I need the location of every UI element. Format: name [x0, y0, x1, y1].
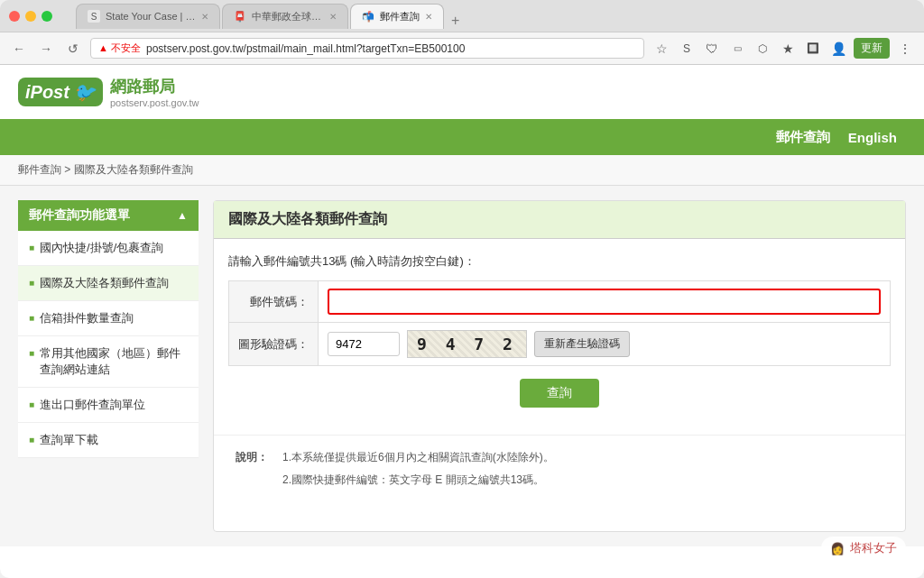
bullet-icon-6: ■: [29, 435, 34, 445]
sidebar-item-other-countries[interactable]: ■ 常用其他國家（地區）郵件查詢網站連結: [18, 336, 199, 388]
extensions-button[interactable]: S: [677, 39, 697, 59]
bullet-icon-3: ■: [29, 313, 34, 323]
tab-label-casetify: State Your Case | CASETiFY: [106, 11, 196, 22]
query-button-row: 查詢: [228, 366, 891, 420]
tab-close-casetify[interactable]: ✕: [201, 12, 208, 22]
sidebar-collapse-icon[interactable]: ▲: [177, 209, 188, 222]
sidebar-item-domestic[interactable]: ■ 國內快捷/掛號/包裹查詢: [18, 231, 199, 266]
sidebar-item-label-4: 常用其他國家（地區）郵件查詢網站連結: [40, 345, 188, 378]
back-button[interactable]: ←: [9, 39, 29, 59]
watermark-text: 塔科女子: [850, 540, 897, 556]
postal-code-label: 郵件號碼：: [229, 281, 319, 323]
site-domain: postserv.post.gov.tw: [110, 97, 199, 108]
captcha-input-cell: 9 4 7 2 重新產生驗證碼: [319, 323, 891, 366]
logo-box: iPost 🐦: [18, 78, 103, 106]
insecure-badge: ▲ 不安全: [98, 41, 141, 55]
cast-button[interactable]: ▭: [727, 39, 747, 59]
form-description: 請輸入郵件編號共13碼 (輸入時請勿按空白鍵)：: [228, 253, 891, 270]
captcha-refresh-button[interactable]: 重新產生驗證碼: [534, 331, 630, 357]
site-header: iPost 🐦 網路郵局 postserv.post.gov.tw: [0, 65, 924, 119]
address-bar: ← → ↺ ▲ 不安全 postserv.post.gov.tw/pstmail…: [0, 32, 924, 65]
sidebar-header-label: 郵件查詢功能選單: [29, 207, 130, 224]
tab-casetify[interactable]: S State Your Case | CASETiFY ✕: [76, 4, 220, 29]
sidebar-item-label-6: 查詢單下載: [40, 432, 98, 448]
nav-english-link[interactable]: English: [848, 130, 897, 145]
notes-table: 說明： 1.本系統僅提供最近6個月內之相關資訊查詢(水陸除外)。 2.國際快捷郵…: [228, 446, 891, 491]
close-button[interactable]: [9, 11, 20, 22]
site-name: 網路郵局: [110, 76, 199, 97]
star-button[interactable]: ☆: [651, 39, 671, 59]
sidebar-item-international[interactable]: ■ 國際及大陸各類郵件查詢: [18, 266, 199, 301]
postal-code-row: 郵件號碼：: [229, 281, 891, 323]
notes-section: 說明： 1.本系統僅提供最近6個月內之相關資訊查詢(水陸除外)。 2.國際快捷郵…: [214, 435, 905, 502]
captcha-text-input[interactable]: [328, 332, 400, 356]
shield-button[interactable]: 🛡: [702, 39, 722, 59]
bullet-icon-4: ■: [29, 348, 34, 358]
watermark: 👩 塔科女子: [821, 537, 906, 560]
bullet-icon-1: ■: [29, 243, 34, 252]
breadcrumb: 郵件查詢 > 國際及大陸各類郵件查詢: [0, 155, 924, 186]
sidebar-item-download[interactable]: ■ 查詢單下載: [18, 423, 199, 458]
bookmark-button[interactable]: ★: [778, 39, 798, 59]
page-content: iPost 🐦 網路郵局 postserv.post.gov.tw 郵件查詢 E…: [0, 65, 924, 578]
tab-close-mail-query[interactable]: ✕: [425, 12, 432, 22]
sidebar-item-import-export[interactable]: ■ 進出口郵件查詢單位: [18, 388, 199, 423]
tab-favicon-ipost: 📮: [234, 10, 246, 23]
tab-label-ipost: 中華郵政全球資訊網: [252, 10, 324, 23]
tab-close-ipost[interactable]: ✕: [329, 12, 337, 22]
sidebar-item-mailbox[interactable]: ■ 信箱掛件數量查詢: [18, 301, 199, 336]
reload-button[interactable]: ↺: [63, 39, 83, 59]
tabs-bar: S State Your Case | CASETiFY ✕ 📮 中華郵政全球資…: [67, 4, 915, 29]
content-title: 國際及大陸各類郵件查詢: [214, 201, 905, 239]
update-button[interactable]: 更新: [854, 38, 890, 59]
sidebar-item-label-1: 國內快捷/掛號/包裹查詢: [40, 240, 163, 256]
notes-label: 說明：: [228, 446, 275, 469]
note-row-1: 說明： 1.本系統僅提供最近6個月內之相關資訊查詢(水陸除外)。: [228, 446, 891, 469]
bullet-icon-5: ■: [29, 399, 34, 409]
captcha-row: 圖形驗證碼： 9 4 7 2 重新產生驗證碼: [229, 323, 891, 366]
tab-ipost[interactable]: 📮 中華郵政全球資訊網 ✕: [222, 4, 348, 29]
cast2-button[interactable]: 🔲: [803, 39, 823, 59]
tab-mail-query[interactable]: 📬 郵件查詢 ✕: [350, 4, 444, 29]
browser-window: S State Your Case | CASETiFY ✕ 📮 中華郵政全球資…: [0, 0, 924, 578]
sidebar-item-label-3: 信箱掛件數量查詢: [40, 310, 134, 326]
captcha-label: 圖形驗證碼：: [229, 323, 319, 366]
extensions2-button[interactable]: ⬡: [753, 39, 772, 59]
title-bar: S State Your Case | CASETiFY ✕ 📮 中華郵政全球資…: [0, 0, 924, 32]
postal-code-input[interactable]: [328, 289, 881, 315]
logo-text: iPost: [25, 82, 69, 103]
main-layout: 郵件查詢功能選單 ▲ ■ 國內快捷/掛號/包裹查詢 ■ 國際及大陸各類郵件查詢 …: [0, 186, 924, 546]
more-button[interactable]: ⋮: [895, 39, 915, 59]
note-row-2: 2.國際快捷郵件編號：英文字母 E 開頭之編號共13碼。: [228, 469, 891, 491]
watermark-emoji: 👩: [830, 542, 845, 555]
sidebar-item-label-5: 進出口郵件查詢單位: [40, 397, 145, 413]
url-bar[interactable]: ▲ 不安全 postserv.post.gov.tw/pstmail/main_…: [90, 38, 644, 59]
query-form-table: 郵件號碼： 圖形驗證碼： 9 4 7 2: [228, 280, 891, 366]
url-text: postserv.post.gov.tw/pstmail/main_mail.h…: [146, 42, 465, 55]
ipost-logo: iPost 🐦 網路郵局 postserv.post.gov.tw: [18, 76, 199, 108]
note-text-2: 2.國際快捷郵件編號：英文字母 E 開頭之編號共13碼。: [275, 469, 891, 491]
nav-mail-query-link[interactable]: 郵件查詢: [776, 129, 830, 146]
sidebar-item-label-2: 國際及大陸各類郵件查詢: [40, 275, 169, 291]
main-content-area: 國際及大陸各類郵件查詢 請輸入郵件編號共13碼 (輸入時請勿按空白鍵)： 郵件號…: [213, 200, 906, 532]
maximize-button[interactable]: [42, 11, 52, 22]
logo-bird-icon: 🐦: [73, 81, 96, 103]
sidebar-header: 郵件查詢功能選單 ▲: [18, 200, 199, 231]
captcha-row-content: 9 4 7 2 重新產生驗證碼: [328, 330, 881, 358]
bullet-icon-2: ■: [29, 278, 34, 288]
traffic-lights: [9, 11, 52, 22]
green-nav-bar: 郵件查詢 English: [0, 119, 924, 155]
note-empty-cell: [228, 469, 275, 491]
forward-button[interactable]: →: [36, 39, 56, 59]
tab-favicon-casetify: S: [88, 10, 100, 23]
tab-label-mail-query: 郵件查詢: [380, 10, 420, 23]
note-text-1: 1.本系統僅提供最近6個月內之相關資訊查詢(水陸除外)。: [275, 446, 891, 469]
logo-name-block: 網路郵局 postserv.post.gov.tw: [103, 76, 199, 108]
profile-button[interactable]: 👤: [828, 39, 848, 59]
query-button[interactable]: 查詢: [520, 379, 599, 408]
browser-actions: ☆ S 🛡 ▭ ⬡ ★ 🔲 👤 更新 ⋮: [651, 38, 915, 59]
tab-favicon-mail-query: 📬: [362, 10, 374, 23]
minimize-button[interactable]: [25, 11, 36, 22]
captcha-image: 9 4 7 2: [407, 330, 527, 358]
new-tab-button[interactable]: +: [446, 13, 465, 29]
